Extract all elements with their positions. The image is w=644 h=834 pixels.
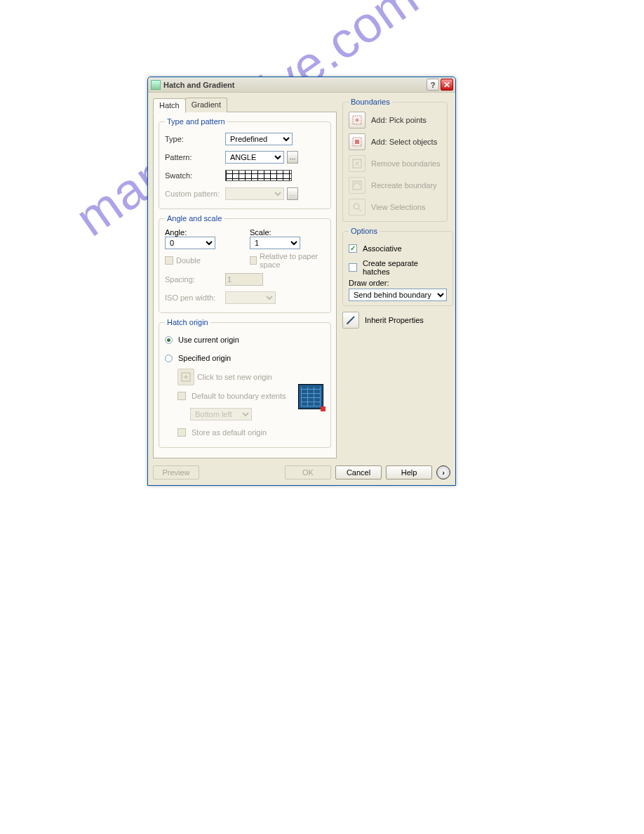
pick-points-label: Add: Pick points [371, 116, 427, 124]
svg-point-6 [354, 204, 359, 209]
angle-select[interactable]: 0 [165, 237, 215, 249]
set-new-origin-label: Click to set new origin [197, 373, 272, 381]
custom-pattern-label: Custom pattern: [165, 190, 222, 198]
angle-scale-legend: Angle and scale [165, 214, 224, 223]
window-title: Hatch and Gradient [163, 81, 425, 89]
tab-strip: Hatch Gradient [153, 98, 337, 112]
inherit-properties-label: Inherit Properties [365, 316, 424, 324]
svg-rect-3 [355, 140, 359, 144]
select-objects-button[interactable] [349, 133, 365, 150]
swatch-label: Swatch: [165, 171, 222, 180]
associative-label: Associative [363, 244, 402, 253]
spacing-input [225, 273, 263, 286]
custom-pattern-browse: … [287, 187, 298, 200]
close-button[interactable]: ✕ [441, 79, 453, 91]
remove-boundaries-button [349, 155, 365, 172]
iso-pen-label: ISO pen width: [165, 293, 222, 302]
pattern-label: Pattern: [165, 153, 222, 161]
preview-button: Preview [153, 465, 199, 479]
expand-dialog-button[interactable]: › [436, 465, 450, 479]
scale-label: Scale: [250, 228, 325, 237]
spacing-label: Spacing: [165, 275, 222, 284]
titlebar[interactable]: Hatch and Gradient ? ✕ [148, 77, 455, 93]
remove-boundaries-label: Remove boundaries [371, 159, 440, 168]
button-bar: Preview OK Cancel Help › [153, 458, 450, 479]
separate-hatches-label: Create separate hatches [363, 259, 447, 276]
associative-checkbox[interactable]: ✓ [349, 244, 357, 253]
select-objects-label: Add: Select objects [371, 138, 437, 146]
view-selections-button [349, 199, 365, 216]
specified-origin-label: Specified origin [178, 354, 231, 362]
options-group: Options ✓ Associative Create separate ha… [342, 227, 453, 306]
iso-pen-select [225, 291, 276, 304]
store-default-label: Store as default origin [192, 428, 267, 437]
recreate-boundary-label: Recreate boundary [371, 181, 437, 190]
double-checkbox [165, 256, 173, 265]
boundaries-legend: Boundaries [349, 98, 392, 106]
separate-hatches-checkbox[interactable] [349, 263, 357, 272]
hatch-origin-legend: Hatch origin [165, 318, 210, 326]
use-current-origin-label: Use current origin [178, 336, 239, 344]
options-legend: Options [349, 227, 380, 235]
type-pattern-group: Type and pattern Type: Predefined Patter… [159, 117, 331, 209]
default-extents-checkbox [177, 392, 186, 400]
relative-checkbox [250, 256, 257, 265]
angle-scale-group: Angle and scale Angle: 0 Scale: 1 [159, 214, 331, 313]
swatch-preview[interactable] [225, 170, 292, 181]
type-label: Type: [165, 135, 222, 143]
type-pattern-legend: Type and pattern [165, 117, 227, 126]
pattern-browse-button[interactable]: … [287, 151, 298, 164]
type-select[interactable]: Predefined [225, 133, 293, 145]
angle-label: Angle: [165, 228, 240, 237]
help-button[interactable]: Help [386, 465, 432, 479]
draw-order-label: Draw order: [349, 279, 447, 287]
tab-hatch[interactable]: Hatch [153, 98, 186, 113]
boundaries-group: Boundaries Add: Pick points Add: Select … [342, 98, 448, 222]
default-extents-label: Default to boundary extents [192, 392, 286, 400]
origin-preview-icon [298, 384, 323, 409]
hatch-gradient-dialog: Hatch and Gradient ? ✕ Hatch Gradient Ty… [147, 77, 456, 486]
specified-origin-radio[interactable] [165, 355, 173, 362]
hatch-origin-group: Hatch origin Use current origin Specifie… [159, 318, 331, 448]
extents-select: Bottom left [190, 408, 252, 421]
cancel-button[interactable]: Cancel [335, 465, 382, 479]
relative-label: Relative to paper space [260, 252, 325, 269]
double-label: Double [176, 256, 201, 265]
pick-points-button[interactable] [349, 112, 365, 128]
pattern-select[interactable]: ANGLE [225, 151, 284, 164]
inherit-properties-button[interactable] [342, 312, 359, 329]
set-new-origin-button [177, 369, 194, 385]
recreate-boundary-button [349, 177, 365, 194]
scale-select[interactable]: 1 [250, 237, 300, 249]
help-titlebar-button[interactable]: ? [427, 79, 439, 91]
use-current-origin-radio[interactable] [165, 336, 173, 344]
ok-button: OK [285, 465, 331, 479]
draw-order-select[interactable]: Send behind boundary [349, 289, 447, 301]
store-default-checkbox [177, 428, 186, 437]
view-selections-label: View Selections [371, 203, 425, 211]
tab-gradient[interactable]: Gradient [185, 98, 227, 112]
app-icon [151, 80, 161, 90]
custom-pattern-select [225, 187, 284, 200]
